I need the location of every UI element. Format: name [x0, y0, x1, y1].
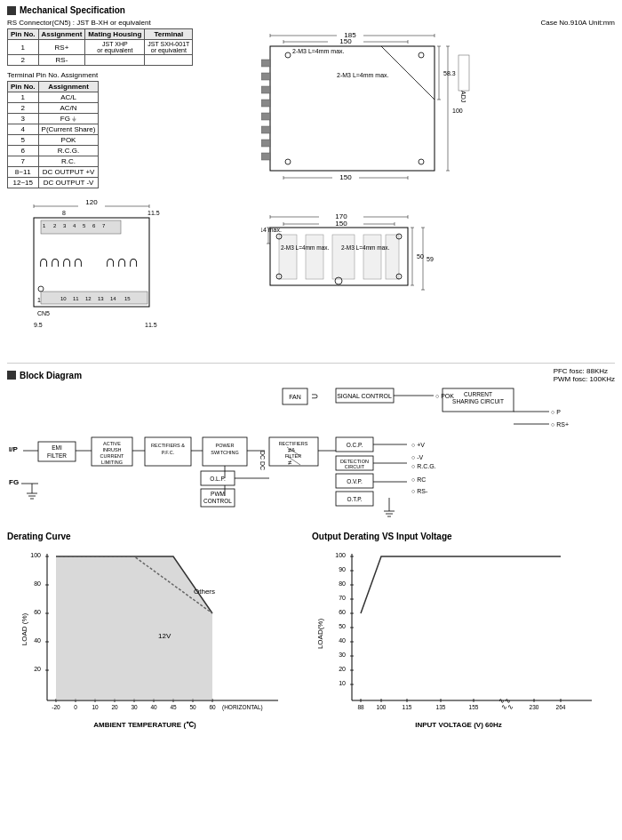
- svg-text:FAN: FAN: [289, 394, 301, 400]
- svg-rect-41: [261, 60, 270, 67]
- right-col: Case No.910A Unit:mm 185 150: [261, 19, 615, 357]
- svg-text:20: 20: [111, 704, 118, 710]
- svg-text:I/P: I/P: [9, 445, 18, 453]
- svg-rect-83: [306, 235, 323, 279]
- svg-text:INRUSH: INRUSH: [102, 447, 121, 452]
- rs-table: Pin No. Assignment Mating Housing Termin…: [7, 28, 193, 66]
- svg-text:&: &: [291, 447, 295, 452]
- svg-point-53: [419, 159, 424, 164]
- svg-text:60: 60: [34, 609, 41, 615]
- svg-text:15: 15: [124, 296, 131, 301]
- derating-curve-title: Derating Curve: [7, 532, 305, 541]
- svg-text:Others: Others: [194, 588, 215, 596]
- svg-text:230: 230: [530, 704, 539, 710]
- svg-text:30: 30: [131, 704, 138, 710]
- svg-text:90: 90: [339, 566, 346, 572]
- svg-text:150: 150: [339, 37, 352, 45]
- svg-text:CIRCUIT: CIRCUIT: [345, 464, 365, 469]
- svg-text:∿∿: ∿∿: [498, 697, 511, 705]
- svg-text:45: 45: [170, 704, 177, 710]
- svg-text:20: 20: [34, 666, 41, 672]
- terminal-table: Pin No. Assignment 1AC/L2AC/N3FG ⏚4P(Cur…: [7, 81, 99, 188]
- svg-text:P.F.C.: P.F.C.: [162, 450, 175, 455]
- svg-text:80: 80: [339, 580, 346, 587]
- front-view-svg: 120 8 11.5 1 2 3 4: [7, 196, 247, 356]
- block-section-icon: [7, 371, 16, 380]
- svg-text:○ P: ○ P: [551, 409, 561, 415]
- svg-point-52: [285, 159, 291, 164]
- svg-rect-85: [363, 235, 381, 279]
- svg-text:14 max.: 14 max.: [261, 227, 282, 233]
- rs-row-1: 1 RS+ JST XHPor equivalent JST SXH-001To…: [8, 40, 193, 55]
- left-col: RS Connector(CN5) : JST B-XH or equivale…: [7, 19, 256, 357]
- svg-text:13: 13: [98, 296, 104, 301]
- mechanical-title: Mechanical Specification: [20, 5, 125, 15]
- svg-text:CURRENT: CURRENT: [100, 453, 125, 459]
- svg-text:⊃: ⊃: [311, 391, 318, 401]
- svg-rect-44: [261, 100, 270, 107]
- terminal-row: 3FG ⏚: [8, 114, 99, 124]
- svg-text:○ -V: ○ -V: [411, 454, 424, 460]
- svg-text:○ R.C.G.: ○ R.C.G.: [411, 463, 436, 469]
- svg-text:30: 30: [339, 652, 346, 658]
- block-diagram-svg: FAN ⊃ SIGNAL CONTROL ○ POK CURRENT SHARI…: [7, 387, 618, 524]
- output-derating-chart-svg: 100 90 80 70 60 50 40 30 20 10: [312, 545, 618, 740]
- svg-text:11: 11: [73, 296, 79, 301]
- svg-text:RECTIFIERS: RECTIFIERS: [279, 441, 308, 446]
- svg-text:100: 100: [452, 108, 463, 114]
- svg-text:80: 80: [34, 580, 41, 587]
- svg-text:100: 100: [30, 552, 41, 558]
- svg-text:SHARING CIRCUIT: SHARING CIRCUIT: [452, 398, 504, 404]
- svg-rect-65: [459, 55, 469, 91]
- svg-text:2-M3 L=4mm max.: 2-M3 L=4mm max.: [292, 48, 345, 54]
- svg-point-51: [419, 52, 424, 58]
- svg-text:≠: ≠: [288, 459, 292, 467]
- svg-text:O.T.P.: O.T.P.: [347, 496, 362, 502]
- svg-rect-47: [261, 140, 270, 147]
- svg-rect-82: [279, 235, 297, 279]
- svg-text:150: 150: [339, 173, 352, 181]
- svg-rect-48: [261, 153, 270, 160]
- terminal-row: 12~15DC OUTPUT -V: [8, 178, 99, 188]
- svg-text:ADJ: ADJ: [460, 91, 466, 102]
- svg-text:264: 264: [556, 704, 566, 710]
- svg-text:2-M3 L=4mm max.: 2-M3 L=4mm max.: [337, 72, 389, 78]
- svg-text:9.5: 9.5: [34, 322, 43, 328]
- svg-text:∩∩∩: ∩∩∩: [105, 252, 140, 270]
- svg-text:CONTROL: CONTROL: [203, 498, 232, 504]
- svg-text:50: 50: [189, 704, 196, 710]
- terminal-row: 6R.C.G.: [8, 146, 99, 156]
- svg-rect-42: [261, 73, 270, 80]
- svg-text:40: 40: [34, 637, 41, 644]
- top-view-svg: 185 150: [261, 28, 590, 206]
- svg-point-50: [285, 52, 291, 58]
- svg-text:100: 100: [377, 704, 387, 710]
- svg-rect-84: [332, 235, 355, 279]
- svg-text:120: 120: [85, 198, 98, 206]
- svg-text:INPUT VOLTAGE (V) 60Hz: INPUT VOLTAGE (V) 60Hz: [415, 721, 502, 729]
- rs-col-pinno: Pin No.: [8, 29, 39, 40]
- top-row: RS Connector(CN5) : JST B-XH or equivale…: [7, 19, 615, 357]
- terminal-row: 8~11DC OUTPUT +V: [8, 167, 99, 178]
- svg-rect-43: [261, 86, 270, 93]
- svg-text:60: 60: [209, 704, 216, 710]
- svg-text:DC DC: DC DC: [259, 451, 266, 470]
- svg-rect-86: [386, 235, 399, 279]
- mechanical-header: Mechanical Specification: [7, 5, 615, 15]
- svg-text:11.5: 11.5: [148, 210, 160, 216]
- svg-text:40: 40: [339, 637, 346, 644]
- svg-text:EMI: EMI: [52, 444, 62, 451]
- rs-col-housing: Mating Housing: [85, 29, 145, 40]
- svg-rect-45: [261, 113, 270, 120]
- svg-text:LOAD (%): LOAD (%): [20, 612, 28, 645]
- svg-text:115: 115: [403, 704, 412, 710]
- terminal-row: 4P(Current Share): [8, 124, 99, 135]
- svg-text:LOAD(%): LOAD(%): [316, 619, 324, 650]
- svg-text:SIGNAL CONTROL: SIGNAL CONTROL: [337, 393, 392, 399]
- svg-text:10: 10: [92, 704, 99, 710]
- svg-text:135: 135: [436, 704, 446, 710]
- svg-text:○ RC: ○ RC: [411, 476, 426, 483]
- bottom-row: Derating Curve 100 80 60 40 20 LO: [7, 532, 615, 742]
- svg-text:12: 12: [85, 296, 92, 301]
- svg-text:FG: FG: [9, 478, 19, 486]
